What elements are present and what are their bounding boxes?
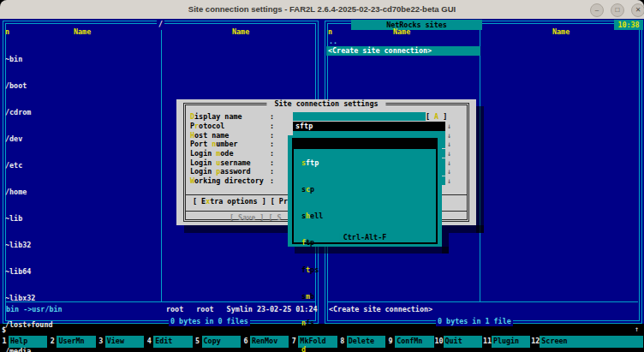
- autogen-name-marker[interactable]: [ A ]: [426, 112, 447, 122]
- fkey-copy[interactable]: Copy: [202, 336, 241, 348]
- file-item[interactable]: ~lib32: [5, 241, 52, 249]
- maximize-button[interactable]: □: [611, 3, 624, 17]
- right-panel-status-separator: [328, 301, 638, 302]
- file-item[interactable]: ~libx32: [5, 294, 52, 302]
- dropdown-item-nfs[interactable]: nfs: [301, 319, 327, 327]
- fkey-usermn[interactable]: UserMn: [57, 336, 95, 348]
- dialog-shadow-right: [476, 106, 484, 233]
- dropdown-item-sftp[interactable]: sftp: [301, 158, 327, 167]
- fkey-delete[interactable]: Delete: [347, 336, 385, 348]
- parent-directory-item[interactable]: ..: [329, 37, 337, 46]
- right-panel-col1-header: Name: [393, 27, 410, 37]
- extra-options-button[interactable]: [ Extra options ] [ Pr: [193, 197, 288, 206]
- right-panel-title[interactable]: NetRocks sites: [351, 20, 482, 30]
- left-panel-status-file: bin ->usr/bin: [6, 305, 63, 314]
- dialog-title: Site connection settings: [266, 99, 385, 109]
- display-name-input[interactable]: [293, 112, 426, 121]
- history-arrow-icon[interactable]: ↓: [447, 122, 451, 131]
- scroll-up-indicator-icon: ↑: [635, 325, 639, 334]
- protocol-dropdown: sftp scp shell ftp ftps smb nfs dav davs…: [288, 135, 442, 247]
- save-button[interactable]: [ Save ] [ S: [230, 213, 282, 223]
- fkey-confmn[interactable]: ConfMn: [395, 336, 433, 348]
- fkey-renmov[interactable]: RenMov: [250, 336, 289, 348]
- field-row-protocol: Protocol : sftp ↓: [176, 122, 476, 131]
- file-item[interactable]: /lost+found: [5, 320, 52, 329]
- right-panel-sort-indicator: n: [328, 27, 332, 37]
- file-item[interactable]: /boot: [5, 81, 52, 90]
- history-arrow-icon[interactable]: ↓: [447, 149, 451, 158]
- left-panel-col1-header: Name: [74, 27, 91, 37]
- selected-item-create-site-connection[interactable]: <Create site connection>: [326, 46, 480, 56]
- dropdown-shortcut-hint: Ctrl-Alt-F: [340, 233, 390, 242]
- left-panel-column-divider: [161, 30, 162, 301]
- fkey-edit[interactable]: Edit: [153, 336, 192, 348]
- file-item[interactable]: /home: [5, 188, 52, 196]
- file-item[interactable]: /dev: [5, 134, 52, 143]
- field-row-display-name: Display name : [ A ]: [176, 112, 476, 122]
- fkey-view[interactable]: View: [105, 336, 144, 348]
- dropdown-item-shell[interactable]: shell: [301, 212, 327, 220]
- minimize-button[interactable]: –: [590, 3, 604, 17]
- file-item[interactable]: /cdrom: [5, 108, 52, 116]
- dropdown-item-ftps[interactable]: ftps: [301, 265, 327, 274]
- clock: 10:38: [614, 20, 643, 30]
- file-item[interactable]: /etc: [5, 161, 52, 170]
- left-panel-status-details: root root Symlin 23-02-25 01:24: [166, 305, 317, 314]
- fkey-help[interactable]: Help: [9, 336, 47, 348]
- file-item[interactable]: ~lib64: [5, 267, 52, 276]
- fkey-quit[interactable]: Quit: [444, 336, 482, 348]
- left-panel-path[interactable]: /: [157, 20, 164, 29]
- history-arrow-icon[interactable]: ↓: [447, 167, 451, 176]
- dropdown-item-dav[interactable]: dav: [301, 345, 327, 352]
- file-item[interactable]: ~lib: [5, 214, 52, 223]
- left-panel-col2-header: Name: [232, 27, 249, 37]
- left-panel-footer-total: 0 bytes in 0 files: [169, 317, 250, 326]
- dropdown-item-list: sftp scp shell ftp ftps smb nfs dav davs…: [301, 140, 327, 352]
- window-title: Site connection settings - FAR2L 2.6.4-2…: [0, 0, 644, 19]
- left-panel-sort-indicator: n: [5, 27, 9, 37]
- close-button[interactable]: ✕: [631, 3, 644, 17]
- far2l-window: Site connection settings - FAR2L 2.6.4-2…: [0, 0, 644, 352]
- dropdown-item-ftp[interactable]: ftp: [301, 238, 327, 247]
- dropdown-item-scp[interactable]: scp: [301, 185, 327, 194]
- fkey-plugin[interactable]: Plugin: [492, 336, 530, 348]
- right-panel-col2-header: Name: [552, 27, 569, 37]
- right-panel-footer-total: 0 bytes in 1 file: [436, 317, 513, 326]
- fkey-screen[interactable]: Screen: [540, 336, 643, 348]
- file-item[interactable]: ~bin: [5, 55, 52, 63]
- protocol-combobox[interactable]: sftp: [293, 122, 445, 131]
- right-panel-status: <Create site connection>: [329, 305, 432, 314]
- command-line-prompt[interactable]: $: [2, 325, 6, 335]
- dropdown-item-smb[interactable]: smb: [301, 292, 327, 301]
- history-arrow-icon[interactable]: ↓: [447, 176, 451, 186]
- history-arrow-icon[interactable]: ↓: [447, 140, 451, 149]
- titlebar[interactable]: Site connection settings - FAR2L 2.6.4-2…: [0, 0, 644, 20]
